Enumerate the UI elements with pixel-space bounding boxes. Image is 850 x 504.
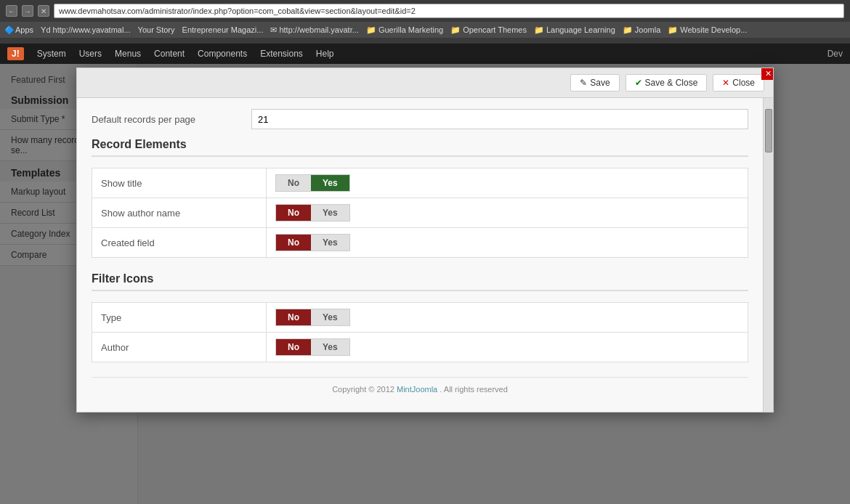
save-close-icon: ✔ xyxy=(635,78,642,88)
joomla-menu-menus[interactable]: Menus xyxy=(115,49,141,59)
url-bar[interactable] xyxy=(54,4,844,18)
save-close-label: Save & Close xyxy=(645,78,698,88)
type-toggle[interactable]: No Yes xyxy=(275,309,350,326)
created-field-row: Created field No Yes xyxy=(92,228,748,258)
bookmark-joomla[interactable]: 📁 Joomla xyxy=(623,25,660,35)
copyright-text: Copyright © 2012 MintJoomla . All rights… xyxy=(92,377,748,401)
bookmark-webmail[interactable]: ✉ http://webmail.yavatr... xyxy=(270,25,358,35)
modal-close-x-button[interactable]: ✕ xyxy=(761,68,774,80)
bookmark-opencart[interactable]: 📁 Opencart Themes xyxy=(450,25,527,35)
show-author-yes-button[interactable]: Yes xyxy=(311,205,349,221)
bookmark-language-label: Language Learning xyxy=(546,25,615,34)
filter-icons-heading: Filter Icons xyxy=(92,272,748,291)
bookmark-opencart-label: Opencart Themes xyxy=(463,25,527,34)
modal-scrollbar[interactable] xyxy=(763,98,773,412)
joomla-menu-components[interactable]: Components xyxy=(198,49,247,59)
bookmark-yavatmal-label: Yd http://www.yavatmal... xyxy=(41,25,131,34)
author-yes-button[interactable]: Yes xyxy=(311,339,349,355)
save-label: Save xyxy=(590,78,610,88)
type-label: Type xyxy=(101,312,121,323)
bookmark-opencart-icon: 📁 xyxy=(450,25,461,35)
created-field-toggle[interactable]: No Yes xyxy=(275,234,350,251)
close-modal-icon: ✕ xyxy=(722,78,729,88)
bookmarks-bar: 🔷 Apps Yd http://www.yavatmal... Your St… xyxy=(0,22,850,38)
joomla-user: Dev xyxy=(827,49,843,59)
nav-forward-button[interactable]: → xyxy=(22,5,33,17)
show-author-label: Show author name xyxy=(101,208,180,219)
default-records-row: Default records per page xyxy=(92,109,748,129)
bookmark-language-icon: 📁 xyxy=(534,25,544,35)
bookmark-joomla-label: Joomla xyxy=(635,25,660,34)
joomla-menu-content[interactable]: Content xyxy=(154,49,185,59)
page-container: Featured First Submission Submit Type * … xyxy=(0,64,850,504)
bookmark-website-icon: 📁 xyxy=(668,25,678,35)
bookmark-webmail-label: http://webmail.yavatr... xyxy=(279,25,358,34)
default-records-input[interactable] xyxy=(251,109,748,129)
modal-body: Default records per page Record Elements… xyxy=(77,98,773,412)
author-no-button[interactable]: No xyxy=(276,339,311,355)
created-field-yes-button[interactable]: Yes xyxy=(311,235,349,251)
filter-icons-table: Type No Yes Author xyxy=(92,302,748,362)
copyright-suffix: . All rights reserved xyxy=(440,385,508,394)
show-author-toggle[interactable]: No Yes xyxy=(275,204,350,221)
bookmark-guerilla-icon: 📁 xyxy=(366,25,376,35)
bookmark-webmail-icon: ✉ xyxy=(270,25,277,35)
bookmark-website[interactable]: 📁 Website Develop... xyxy=(668,25,747,35)
bookmark-yavatmal[interactable]: Yd http://www.yavatmal... xyxy=(41,25,131,34)
nav-back-button[interactable]: ← xyxy=(6,5,17,17)
author-row: Author No Yes xyxy=(92,333,748,362)
copyright-label: Copyright © 2012 xyxy=(332,385,394,394)
type-row: Type No Yes xyxy=(92,303,748,333)
default-records-label: Default records per page xyxy=(92,114,251,125)
copyright-link[interactable]: MintJoomla xyxy=(397,385,437,394)
created-field-label: Created field xyxy=(101,237,155,248)
bookmark-apps[interactable]: 🔷 Apps xyxy=(4,25,33,34)
bookmark-entrepreneur[interactable]: Entrepreneur Magazi... xyxy=(182,25,264,34)
type-yes-button[interactable]: Yes xyxy=(311,309,349,325)
modal-dialog: ✕ ✎ Save ✔ Save & Close ✕ Close xyxy=(76,68,774,412)
nav-close-button[interactable]: ✕ xyxy=(38,5,49,17)
close-modal-button[interactable]: ✕ Close xyxy=(713,74,764,92)
bookmark-guerilla-label: Guerilla Marketing xyxy=(379,25,443,34)
save-close-button[interactable]: ✔ Save & Close xyxy=(626,74,708,92)
bookmark-website-label: Website Develop... xyxy=(680,25,747,34)
joomla-logo: J! xyxy=(7,47,24,60)
bookmark-entrepreneur-label: Entrepreneur Magazi... xyxy=(182,25,264,34)
modal-overlay: ✕ ✎ Save ✔ Save & Close ✕ Close xyxy=(0,64,850,504)
record-elements-heading: Record Elements xyxy=(92,138,748,157)
show-author-no-button[interactable]: No xyxy=(276,205,311,221)
save-button[interactable]: ✎ Save xyxy=(570,74,619,92)
show-title-row: Show title No Yes xyxy=(92,168,748,198)
apps-icon: 🔷 xyxy=(4,25,13,34)
bookmark-your-story-label: Your Story xyxy=(138,25,175,34)
created-field-no-button[interactable]: No xyxy=(276,235,311,251)
record-elements-table: Show title No Yes Show autho xyxy=(92,168,748,258)
save-icon: ✎ xyxy=(580,78,587,88)
bookmark-your-story[interactable]: Your Story xyxy=(138,25,175,34)
show-title-no-button[interactable]: No xyxy=(276,175,311,191)
bookmark-language[interactable]: 📁 Language Learning xyxy=(534,25,615,35)
joomla-admin-bar: J! System Users Menus Content Components… xyxy=(0,44,850,64)
type-no-button[interactable]: No xyxy=(276,309,311,325)
joomla-menu-system[interactable]: System xyxy=(37,49,66,59)
browser-nav: ← → ✕ xyxy=(0,0,850,22)
show-title-yes-button[interactable]: Yes xyxy=(311,175,349,191)
author-label: Author xyxy=(101,342,129,353)
joomla-menu-users[interactable]: Users xyxy=(79,49,102,59)
bookmark-apps-label: Apps xyxy=(15,25,33,34)
browser-chrome: ← → ✕ 🔷 Apps Yd http://www.yavatmal... Y… xyxy=(0,0,850,44)
show-title-label: Show title xyxy=(101,178,142,189)
modal-toolbar: ✎ Save ✔ Save & Close ✕ Close xyxy=(77,68,773,98)
joomla-menu-extensions[interactable]: Extensions xyxy=(260,49,303,59)
show-title-toggle[interactable]: No Yes xyxy=(275,174,350,192)
bookmark-joomla-icon: 📁 xyxy=(623,25,633,35)
joomla-menu-help[interactable]: Help xyxy=(316,49,334,59)
bookmark-guerilla[interactable]: 📁 Guerilla Marketing xyxy=(366,25,443,35)
author-toggle[interactable]: No Yes xyxy=(275,338,350,356)
scrollbar-thumb[interactable] xyxy=(765,109,772,153)
modal-content: Default records per page Record Elements… xyxy=(77,98,763,412)
close-modal-label: Close xyxy=(732,78,755,88)
show-author-row: Show author name No Yes xyxy=(92,198,748,228)
